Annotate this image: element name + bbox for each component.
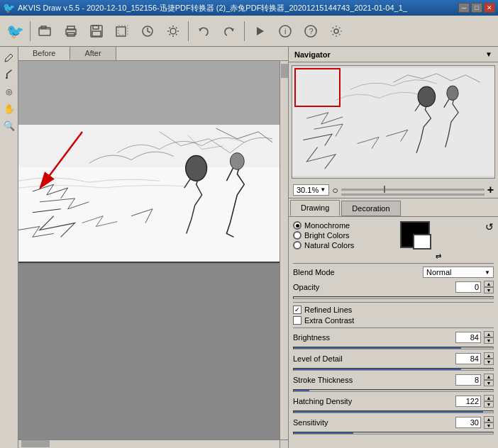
titlebar-controls: ─ □ ✕ xyxy=(458,3,495,13)
eraser-tool[interactable]: ◎ xyxy=(1,84,17,99)
app-icon: 🐦 xyxy=(3,2,15,13)
batch-button[interactable] xyxy=(110,19,134,43)
brightness-slider[interactable] xyxy=(293,347,494,349)
level-of-detail-label: Level of Detail xyxy=(293,354,453,363)
gear-button[interactable] xyxy=(324,19,348,43)
navigator-collapse-icon[interactable]: ▼ xyxy=(485,50,492,58)
brightness-spinners: ▲ ▼ xyxy=(484,331,494,344)
navigator-selection-rect xyxy=(294,68,341,107)
natural-colors-option[interactable]: Natural Colors xyxy=(293,241,354,250)
logo-button[interactable]: 🐦 xyxy=(3,19,27,43)
zoom-plus-icon[interactable]: + xyxy=(487,184,494,196)
sensitivity-row: Sensitivity 30 ▲ ▼ xyxy=(293,416,494,429)
drawing-tab[interactable]: Drawing xyxy=(290,200,340,216)
hatching-density-label: Hatching Density xyxy=(293,397,453,405)
refined-lines-row[interactable]: Refined Lines xyxy=(293,306,494,314)
opacity-slider[interactable] xyxy=(293,296,494,299)
help-button[interactable]: ? xyxy=(299,19,323,43)
h-scrollbar-thumb[interactable] xyxy=(21,440,50,447)
extra-contrast-checkbox[interactable] xyxy=(293,316,301,325)
minimize-button[interactable]: ─ xyxy=(458,3,470,13)
level-of-detail-slider[interactable] xyxy=(293,368,494,371)
bright-colors-radio[interactable] xyxy=(293,231,301,240)
color-mode-row: Monochrome Bright Colors Natural Colors … xyxy=(293,221,494,260)
bright-colors-label: Bright Colors xyxy=(304,231,350,240)
zoom-minus-icon[interactable]: ○ xyxy=(332,184,338,196)
undo-button[interactable] xyxy=(192,19,216,43)
brightness-label: Brightness xyxy=(293,333,453,342)
pencil-tool[interactable] xyxy=(1,50,17,65)
brightness-down-button[interactable]: ▼ xyxy=(484,337,494,344)
navigator-title: Navigator xyxy=(294,50,331,59)
monochrome-label: Monochrome xyxy=(304,221,350,230)
blend-mode-value: Normal xyxy=(426,268,451,276)
stroke-thickness-value[interactable]: 8 xyxy=(455,374,481,386)
level-of-detail-value[interactable]: 84 xyxy=(455,353,481,364)
hand-tool[interactable]: ✋ xyxy=(1,101,17,116)
open-button[interactable] xyxy=(33,19,57,43)
brightness-value[interactable]: 84 xyxy=(455,332,481,343)
lod-up-button[interactable]: ▲ xyxy=(484,352,494,359)
before-tab[interactable]: Before xyxy=(18,47,70,60)
natural-colors-radio[interactable] xyxy=(293,241,301,250)
bright-colors-option[interactable]: Bright Colors xyxy=(293,231,354,240)
maximize-button[interactable]: □ xyxy=(471,3,482,13)
redo-button[interactable] xyxy=(217,19,241,43)
sensitivity-up-button[interactable]: ▲ xyxy=(484,416,494,422)
svg-rect-7 xyxy=(92,31,101,36)
svg-point-18 xyxy=(6,77,8,79)
play-button[interactable] xyxy=(248,19,272,43)
sensitivity-value[interactable]: 30 xyxy=(455,417,481,428)
convert-button[interactable] xyxy=(135,19,160,43)
stroke-slider-fill xyxy=(294,390,309,391)
extra-contrast-row[interactable]: Extra Contrast xyxy=(293,316,494,325)
monochrome-option[interactable]: Monochrome xyxy=(293,221,354,230)
hatching-density-slider[interactable] xyxy=(293,410,494,413)
zoom-slider[interactable] xyxy=(341,189,485,191)
canvas-container[interactable] xyxy=(18,61,288,448)
info-button[interactable]: i xyxy=(273,19,297,43)
svg-rect-8 xyxy=(116,27,126,36)
sensitivity-slider[interactable] xyxy=(293,432,494,435)
zoom-slider-handle[interactable] xyxy=(384,186,385,193)
stroke-thickness-spinners: ▲ ▼ xyxy=(484,374,494,386)
main-area: ◎ ✋ 🔍 Before After xyxy=(0,47,498,448)
stroke-thickness-slider[interactable] xyxy=(293,389,494,392)
blend-mode-dropdown[interactable]: Normal ▼ xyxy=(423,267,494,278)
save-button[interactable] xyxy=(84,19,109,43)
swap-colors-icon[interactable]: ⇄ xyxy=(436,252,441,260)
brush-tool[interactable] xyxy=(1,67,17,82)
reset-button[interactable]: ↺ xyxy=(485,221,494,233)
sensitivity-down-button[interactable]: ▼ xyxy=(484,422,494,429)
opacity-up-button[interactable]: ▲ xyxy=(484,281,494,287)
hatching-down-button[interactable]: ▼ xyxy=(484,401,494,408)
horizontal-scrollbar[interactable] xyxy=(18,439,280,448)
zoom-value-display[interactable]: 30.1% ▼ xyxy=(293,184,329,196)
left-toolbar: ◎ ✋ 🔍 xyxy=(0,47,18,448)
scrollbar-thumb[interactable] xyxy=(281,64,288,78)
stroke-down-button[interactable]: ▼ xyxy=(484,380,494,386)
monochrome-radio[interactable] xyxy=(293,221,301,230)
stroke-thickness-row: Stroke Thickness 8 ▲ ▼ xyxy=(293,374,494,386)
settings-panel: Monochrome Bright Colors Natural Colors … xyxy=(289,217,498,448)
refined-lines-checkbox[interactable] xyxy=(293,306,301,314)
hatching-up-button[interactable]: ▲ xyxy=(484,395,494,401)
vertical-scrollbar[interactable] xyxy=(280,61,288,439)
close-button[interactable]: ✕ xyxy=(484,3,495,13)
settings-button[interactable] xyxy=(161,19,185,43)
decoration-tab[interactable]: Decoration xyxy=(341,201,400,216)
blend-mode-arrow-icon: ▼ xyxy=(485,269,490,276)
after-tab[interactable]: After xyxy=(70,47,116,60)
svg-point-11 xyxy=(170,28,176,34)
hatching-density-value[interactable]: 122 xyxy=(455,396,481,407)
right-panel: Navigator ▼ xyxy=(288,47,498,448)
brightness-up-button[interactable]: ▲ xyxy=(484,331,494,337)
zoom-tool[interactable]: 🔍 xyxy=(1,118,17,133)
background-swatch[interactable] xyxy=(413,234,431,250)
titlebar-title: AKVIS Draw v.5.5 - 2020-12-10_152156-迅捷P… xyxy=(18,3,458,13)
opacity-down-button[interactable]: ▼ xyxy=(484,287,494,293)
opacity-value[interactable]: 0 xyxy=(455,281,481,293)
stroke-up-button[interactable]: ▲ xyxy=(484,374,494,380)
lod-down-button[interactable]: ▼ xyxy=(484,359,494,365)
print-button[interactable] xyxy=(59,19,83,43)
